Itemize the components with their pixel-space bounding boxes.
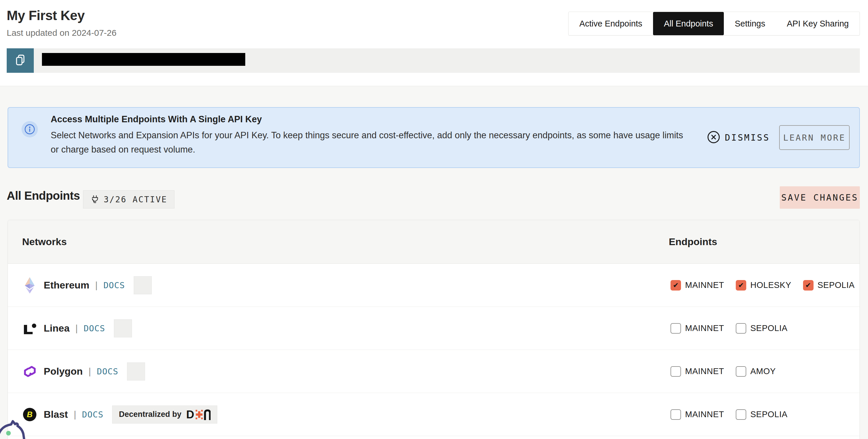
copy-icon [14, 54, 27, 68]
endpoint-label: SEPOLIA [817, 280, 855, 290]
endpoint-checkbox-sepolia[interactable]: SEPOLIA [736, 323, 787, 334]
table-row: B Blast | DOCS Decentralized by D MAINNE… [8, 393, 860, 436]
info-banner: Access Multiple Endpoints With A Single … [7, 107, 860, 168]
endpoint-checkbox-mainnet[interactable]: MAINNET [671, 323, 724, 334]
decentralized-badge [127, 363, 145, 380]
active-count-label: 3/26 ACTIVE [104, 195, 167, 204]
learn-more-button[interactable]: LEARN MORE [779, 125, 850, 150]
network-cell: Linea | DOCS [8, 319, 132, 337]
last-updated-text: Last updated on 2024-07-26 [7, 28, 117, 38]
network-cell: Polygon | DOCS [8, 363, 145, 380]
linea-icon [22, 322, 37, 335]
endpoint-label: SEPOLIA [750, 324, 787, 333]
checkbox-unchecked[interactable] [736, 409, 746, 420]
endpoints-table: Networks Endpoints Ethereum | DOCS MAINN… [7, 220, 860, 439]
decentralized-badge-text: Decentralized by [119, 410, 182, 419]
endpoint-checkboxes: MAINNETSEPOLIA [671, 307, 787, 350]
name-docs-divider: | [75, 323, 78, 334]
network-cell: B Blast | DOCS Decentralized by D [8, 406, 217, 424]
info-icon [22, 121, 38, 137]
banner-text: Access Multiple Endpoints With A Single … [51, 114, 686, 157]
endpoint-checkbox-mainnet[interactable]: MAINNET [671, 366, 724, 377]
checkbox-unchecked[interactable] [736, 366, 746, 377]
endpoint-label: MAINNET [685, 280, 724, 290]
endpoint-label: HOLESKY [750, 280, 792, 290]
api-key-row [7, 48, 860, 73]
checkbox-checked[interactable] [803, 280, 813, 291]
table-row: Linea | DOCS MAINNETSEPOLIA [8, 307, 860, 350]
checkbox-unchecked[interactable] [671, 366, 681, 377]
page-header: My First Key Last updated on 2024-07-26 … [0, 0, 868, 86]
endpoint-checkbox-amoy[interactable]: AMOY [736, 366, 776, 377]
network-name: Linea [44, 323, 70, 334]
ethereum-icon [22, 276, 37, 294]
checkbox-checked[interactable] [671, 280, 681, 291]
network-name: Blast [44, 409, 68, 420]
copy-api-key-button[interactable] [7, 48, 34, 73]
table-header: Networks Endpoints [8, 220, 860, 264]
endpoint-checkbox-sepolia[interactable]: SEPOLIA [736, 409, 787, 420]
section-heading: All Endpoints [7, 189, 80, 202]
endpoint-checkbox-sepolia[interactable]: SEPOLIA [803, 280, 855, 291]
decentralized-badge [114, 319, 132, 337]
tab-active-endpoints[interactable]: Active Endpoints [568, 12, 653, 35]
table-body: Ethereum | DOCS MAINNETHOLESKYSEPOLIA Li… [8, 264, 860, 436]
endpoint-checkboxes: MAINNETSEPOLIA [671, 393, 787, 436]
endpoint-label: MAINNET [685, 410, 724, 419]
content-area: Access Multiple Endpoints With A Single … [0, 86, 868, 439]
table-row: Ethereum | DOCS MAINNETHOLESKYSEPOLIA [8, 264, 860, 307]
endpoint-checkboxes: MAINNETAMOY [671, 350, 776, 393]
docs-link[interactable]: DOCS [82, 410, 103, 419]
endpoint-label: AMOY [750, 367, 776, 376]
api-key-field [34, 48, 860, 73]
dismiss-label: DISMISS [725, 132, 770, 143]
active-count-badge: 3/26 ACTIVE [83, 191, 175, 208]
blast-icon: B [22, 408, 37, 421]
checkbox-unchecked[interactable] [671, 409, 681, 420]
svg-text:B: B [27, 410, 33, 419]
docs-link[interactable]: DOCS [103, 280, 125, 290]
docs-link[interactable]: DOCS [84, 324, 105, 333]
din-logo-icon: D [186, 409, 211, 420]
endpoint-label: MAINNET [685, 367, 724, 376]
save-changes-button[interactable]: SAVE CHANGES [780, 186, 860, 209]
endpoint-label: SEPOLIA [750, 410, 787, 419]
name-docs-divider: | [89, 366, 91, 377]
checkbox-unchecked[interactable] [736, 323, 746, 334]
table-row: Polygon | DOCS MAINNETAMOY [8, 350, 860, 393]
plug-icon [90, 195, 100, 204]
tab-settings[interactable]: Settings [724, 12, 776, 35]
networks-column-header: Networks [22, 220, 67, 264]
endpoint-checkboxes: MAINNETHOLESKYSEPOLIA [671, 264, 855, 307]
endpoints-column-header: Endpoints [669, 220, 717, 264]
network-cell: Ethereum | DOCS [8, 276, 152, 294]
decentralized-badge [134, 276, 152, 294]
tab-api-key-sharing[interactable]: API Key Sharing [776, 12, 860, 35]
tab-bar: Active EndpointsAll EndpointsSettingsAPI… [568, 12, 860, 35]
endpoint-checkbox-holesky[interactable]: HOLESKY [736, 280, 792, 291]
page-title: My First Key [7, 7, 85, 23]
endpoint-checkbox-mainnet[interactable]: MAINNET [671, 409, 724, 420]
checkbox-checked[interactable] [736, 280, 746, 291]
name-docs-divider: | [95, 280, 98, 291]
dismiss-button[interactable]: DISMISS [707, 108, 770, 167]
banner-title: Access Multiple Endpoints With A Single … [51, 114, 686, 125]
network-name: Ethereum [44, 279, 89, 291]
decentralized-badge: Decentralized by D [112, 406, 217, 424]
tab-all-endpoints[interactable]: All Endpoints [653, 12, 724, 35]
docs-link[interactable]: DOCS [97, 367, 118, 376]
endpoint-label: MAINNET [685, 324, 724, 333]
svg-text:D: D [186, 409, 194, 420]
api-key-redacted-value [42, 53, 245, 66]
banner-body: Select Networks and Expansion APIs for y… [51, 128, 686, 157]
polygon-icon [22, 365, 37, 378]
name-docs-divider: | [74, 409, 76, 420]
network-name: Polygon [44, 366, 83, 377]
checkbox-unchecked[interactable] [671, 323, 681, 334]
endpoint-checkbox-mainnet[interactable]: MAINNET [671, 280, 724, 291]
circle-x-icon [707, 130, 720, 145]
